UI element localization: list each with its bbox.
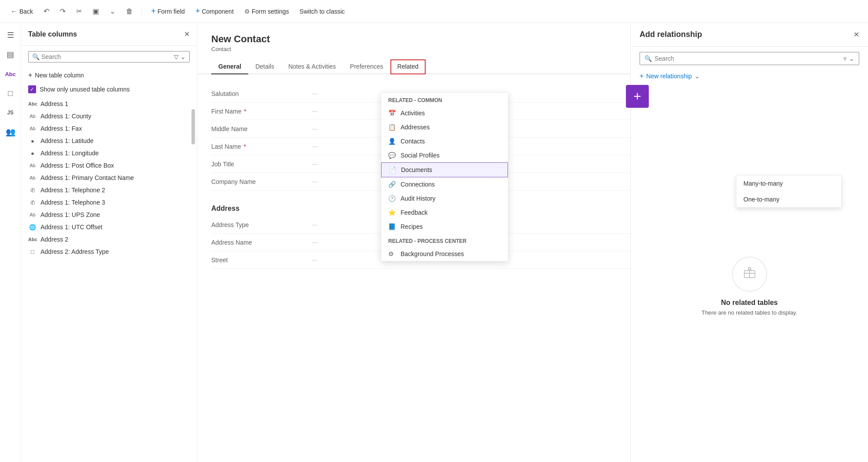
new-relationship-button[interactable]: + New relationship ⌄: [631, 69, 868, 84]
many-to-many-option[interactable]: Many-to-many: [736, 176, 841, 191]
jobtitle-value: ---: [308, 161, 318, 168]
audit-label: Audit History: [401, 195, 435, 202]
list-item[interactable]: Ab Address 1: UPS Zone: [21, 209, 197, 221]
add-rel-search-box[interactable]: 🔍 ▿ ⌄: [640, 52, 859, 65]
redo-button[interactable]: ↷: [56, 5, 69, 17]
list-item[interactable]: ✆ Address 1: Telephone 2: [21, 184, 197, 196]
scrollbar-thumb: [191, 109, 195, 144]
addresses-icon: 📋: [388, 124, 396, 131]
list-item[interactable]: Ab Address 1: Primary Contact Name: [21, 172, 197, 184]
no-related-tables: No related tables There are no related t…: [631, 110, 868, 462]
text-field-icon[interactable]: Abc: [2, 65, 19, 83]
form-settings-button[interactable]: ⚙ Form settings: [241, 6, 293, 17]
switch-classic-button[interactable]: Switch to classic: [296, 6, 349, 17]
plus-icon: +: [28, 71, 32, 79]
related-item-social[interactable]: 💬 Social Profiles: [381, 148, 508, 162]
scrollbar-track[interactable]: [191, 96, 195, 462]
people-icon[interactable]: 👥: [2, 123, 19, 141]
column-label: Address 1: Latitude: [40, 137, 94, 144]
column-label: Address 1: [40, 100, 68, 107]
bg-process-icon: ⚙: [388, 250, 396, 257]
related-item-connections[interactable]: 🔗 Connections: [381, 177, 508, 191]
toolbar: ← Back ↶ ↷ ✂ ▣ ⌄ 🗑 + Form field + Compon…: [0, 0, 868, 23]
copy-button[interactable]: ▣: [89, 5, 103, 17]
back-label: Back: [19, 8, 33, 15]
close-panel-button[interactable]: ✕: [184, 30, 190, 38]
add-relationship-plus-button[interactable]: +: [626, 85, 649, 108]
back-button[interactable]: ← Back: [7, 6, 37, 17]
related-item-activities[interactable]: 📅 Activities: [381, 106, 508, 120]
add-relationship-header: Add relationship ✕: [631, 23, 868, 47]
audit-icon: 🕐: [388, 195, 396, 202]
column-label: Address 1: Fax: [40, 125, 82, 132]
street-label: Street: [211, 257, 308, 264]
related-item-documents[interactable]: 📄 Documents: [381, 162, 508, 177]
form-field-label: Form field: [158, 8, 185, 15]
tab-preferences[interactable]: Preferences: [343, 59, 390, 74]
plus-icon: +: [151, 7, 156, 16]
js-icon[interactable]: JS: [2, 104, 19, 121]
related-item-addresses[interactable]: 📋 Addresses: [381, 120, 508, 134]
tab-related[interactable]: Related: [390, 59, 426, 74]
bg-process-label: Background Processes: [401, 250, 464, 257]
related-item-bg-processes[interactable]: ⚙ Background Processes: [381, 247, 508, 261]
feedback-icon: ⭐: [388, 209, 396, 216]
list-item[interactable]: ● Address 1: Latitude: [21, 135, 197, 147]
column-search-input[interactable]: [41, 53, 172, 60]
show-unused-toggle[interactable]: ✓ Show only unused table columns: [21, 83, 197, 96]
component-nav-icon[interactable]: □: [2, 84, 19, 102]
list-item[interactable]: 🌐 Address 1: UTC Offset: [21, 221, 197, 233]
tab-details[interactable]: Details: [248, 59, 281, 74]
add-component-button[interactable]: + Component: [192, 5, 237, 18]
list-item[interactable]: Abc Address 2: [21, 233, 197, 246]
hamburger-menu-icon[interactable]: ☰: [2, 26, 19, 44]
text-col-icon: Ab: [28, 175, 37, 180]
grid-icon[interactable]: ▤: [2, 46, 19, 63]
dropdown-button[interactable]: ⌄: [106, 5, 119, 17]
filter-icon[interactable]: ▿: [843, 55, 846, 62]
related-item-audit[interactable]: 🕐 Audit History: [381, 191, 508, 205]
close-add-rel-button[interactable]: ✕: [853, 30, 859, 39]
list-item[interactable]: Ab Address 1: Fax: [21, 122, 197, 135]
related-item-contacts[interactable]: 👤 Contacts: [381, 134, 508, 148]
list-item[interactable]: Ab Address 1: County: [21, 110, 197, 122]
geo-col-icon: ●: [28, 138, 37, 144]
add-form-field-button[interactable]: + Form field: [147, 5, 188, 18]
show-unused-label: Show only unused table columns: [40, 86, 130, 93]
undo-button[interactable]: ↶: [40, 5, 53, 17]
chevron-icon[interactable]: ⌄: [849, 55, 854, 62]
settings-icon: ⚙: [244, 8, 250, 15]
cut-icon: ✂: [76, 7, 82, 15]
search-icon: 🔍: [644, 55, 652, 62]
delete-button[interactable]: 🗑: [122, 6, 136, 17]
column-search-box[interactable]: 🔍 ▽ ⌄: [28, 51, 190, 62]
street-value: ---: [308, 257, 318, 264]
filter-icon[interactable]: ▽: [174, 53, 179, 60]
related-item-feedback[interactable]: ⭐ Feedback: [381, 205, 508, 220]
addressname-label: Address Name: [211, 239, 308, 246]
tab-notes-activities[interactable]: Notes & Activities: [281, 59, 343, 74]
list-item[interactable]: ✆ Address 1: Telephone 3: [21, 196, 197, 209]
related-dropdown: Related - Common 📅 Activities 📋 Addresse…: [381, 92, 508, 261]
list-item[interactable]: Abc Address 1: [21, 98, 197, 110]
firstname-value: ---: [308, 108, 318, 115]
addressname-value: ---: [308, 239, 318, 246]
switch-label: Switch to classic: [300, 8, 345, 15]
list-item[interactable]: □ Address 2: Address Type: [21, 246, 197, 258]
one-to-many-option[interactable]: One-to-many: [736, 191, 841, 207]
text-col-icon: Ab: [28, 212, 37, 217]
chevron-down-icon[interactable]: ⌄: [180, 53, 186, 60]
undo-icon: ↶: [44, 7, 49, 15]
related-item-recipes[interactable]: 📘 Recipes: [381, 220, 508, 234]
tab-general[interactable]: General: [211, 59, 248, 74]
globe-col-icon: 🌐: [28, 224, 37, 231]
middlename-label: Middle Name: [211, 125, 308, 132]
left-nav: ☰ ▤ Abc □ JS 👥: [0, 23, 21, 462]
cut-button[interactable]: ✂: [73, 5, 85, 17]
add-rel-search-input[interactable]: [655, 55, 841, 62]
list-item[interactable]: ● Address 1: Longitude: [21, 147, 197, 159]
list-item[interactable]: Ab Address 1: Post Office Box: [21, 159, 197, 172]
lastname-value: ---: [308, 143, 318, 150]
addresses-label: Addresses: [401, 124, 430, 131]
new-table-column-button[interactable]: + New table column: [21, 68, 197, 83]
